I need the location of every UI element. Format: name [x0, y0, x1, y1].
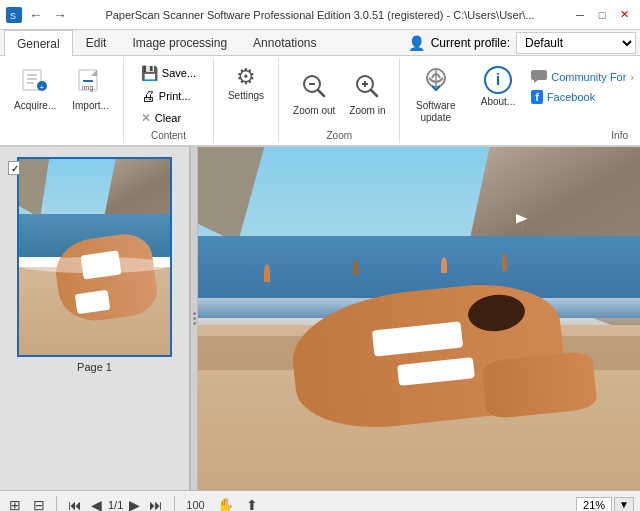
info-group-content: Software update i About... Community For… [405, 62, 636, 128]
prev-page-button[interactable]: ◀ [88, 497, 105, 512]
zoom-in-label: Zoom in [349, 105, 385, 117]
settings-group-content: ⚙ Settings [222, 62, 270, 139]
software-update-icon [422, 66, 450, 98]
about-button[interactable]: i About... [475, 62, 521, 112]
ribbon: + Acquire... img Import... [0, 56, 640, 147]
software-update-label: Software update [411, 100, 461, 124]
panel-resize-handle[interactable] [190, 147, 198, 490]
app-icon: S [6, 7, 22, 23]
thumbnail-panel[interactable]: ✓ [0, 147, 190, 490]
page-label: Page 1 [77, 361, 112, 373]
acquire-group-content: + Acquire... img Import... [8, 62, 115, 139]
svg-marker-21 [534, 80, 538, 83]
clear-icon: ✕ [141, 111, 151, 125]
first-page-button[interactable]: ⏮ [65, 497, 85, 512]
facebook-icon: f [531, 90, 543, 104]
facebook-button[interactable]: f Facebook [529, 88, 636, 106]
svg-rect-4 [27, 78, 37, 80]
settings-label: Settings [228, 90, 264, 102]
page-counter: 1/1 [108, 499, 123, 511]
thumbnail-frame [17, 157, 172, 357]
info-group: Software update i About... Community For… [400, 58, 640, 143]
profile-area: 👤 Current profile: Default [408, 32, 636, 54]
svg-text:img: img [82, 84, 93, 92]
redo-button[interactable]: → [50, 7, 70, 23]
content-group-content: 💾 Save... 🖨 Print... ✕ Clear [135, 62, 202, 128]
maximize-button[interactable]: □ [592, 6, 612, 24]
settings-icon: ⚙ [236, 66, 256, 88]
content-small-btns: 💾 Save... 🖨 Print... ✕ Clear [135, 62, 202, 128]
settings-group: ⚙ Settings [214, 58, 279, 143]
settings-button[interactable]: ⚙ Settings [222, 62, 270, 106]
save-icon: 💾 [141, 65, 158, 81]
zoom-group-label: Zoom [326, 130, 352, 141]
tab-annotations[interactable]: Annotations [240, 30, 329, 56]
drag-dot-2 [193, 317, 196, 320]
undo-button[interactable]: ← [26, 7, 46, 23]
minimize-button[interactable]: ─ [570, 6, 590, 24]
zoom-dropdown-button[interactable]: ▼ [614, 497, 634, 511]
community-arrow-icon: › [630, 72, 633, 83]
content-group-label: Content [151, 130, 186, 141]
status-divider-2 [174, 496, 175, 512]
svg-rect-20 [531, 70, 547, 80]
zoom-out-label: Zoom out [293, 105, 335, 117]
zoom-fit-button[interactable]: 100 [183, 499, 207, 511]
print-button[interactable]: 🖨 Print... [135, 85, 202, 107]
about-label: About... [481, 96, 515, 108]
software-update-button[interactable]: Software update [405, 62, 467, 128]
about-icon: i [484, 66, 512, 94]
export-button[interactable]: ⬆ [243, 497, 261, 512]
page-start-button[interactable]: ⊞ [6, 497, 24, 512]
social-links: Community For › f Facebook [529, 62, 636, 106]
svg-rect-10 [83, 80, 93, 82]
zoom-out-icon [301, 73, 327, 103]
import-icon: img [77, 66, 105, 98]
community-forum-button[interactable]: Community For › [529, 68, 636, 86]
print-label: Print... [159, 90, 191, 102]
profile-icon: 👤 [408, 35, 425, 51]
tab-image-processing[interactable]: Image processing [119, 30, 240, 56]
drag-dot-1 [193, 312, 196, 315]
thumbnail-item[interactable]: Page 1 [17, 157, 172, 373]
tab-general[interactable]: General [4, 30, 73, 56]
zoom-in-icon [354, 73, 380, 103]
title-bar: S ← → PaperScan Scanner Software Profess… [0, 0, 640, 30]
main-area: ✓ [0, 147, 640, 490]
status-bar: ⊞ ⊟ ⏮ ◀ 1/1 ▶ ⏭ 100 ✋ ⬆ 21% ▼ [0, 490, 640, 511]
window-controls: ─ □ ✕ [570, 6, 634, 24]
zoom-group: Zoom out Zoom in Zoom [279, 58, 400, 143]
zoom-group-content: Zoom out Zoom in [287, 62, 391, 128]
zoom-display: 21% ▼ [576, 497, 634, 512]
close-button[interactable]: ✕ [614, 6, 634, 24]
view-panel[interactable] [198, 147, 640, 490]
hand-tool-button[interactable]: ✋ [214, 497, 237, 512]
svg-line-14 [318, 90, 324, 96]
window-title: PaperScan Scanner Software Professional … [74, 9, 566, 21]
info-circle-icon: i [484, 66, 512, 94]
save-button[interactable]: 💾 Save... [135, 62, 202, 84]
content-group: 💾 Save... 🖨 Print... ✕ Clear Content [124, 58, 214, 143]
profile-select[interactable]: Default [516, 32, 636, 54]
facebook-label: Facebook [547, 91, 595, 103]
svg-line-18 [371, 90, 377, 96]
svg-rect-5 [27, 82, 34, 84]
zoom-value: 21% [576, 497, 612, 512]
zoom-out-button[interactable]: Zoom out [287, 69, 341, 121]
import-button[interactable]: img Import... [66, 62, 115, 116]
save-label: Save... [162, 67, 196, 79]
zoom-in-button[interactable]: Zoom in [343, 69, 391, 121]
page-navigation: ⏮ ◀ 1/1 ▶ ⏭ [65, 497, 166, 512]
acquire-button[interactable]: + Acquire... [8, 62, 62, 116]
print-icon: 🖨 [141, 88, 155, 104]
import-label: Import... [72, 100, 109, 112]
main-view [198, 147, 640, 490]
tab-edit[interactable]: Edit [73, 30, 120, 56]
svg-text:S: S [10, 11, 16, 21]
last-page-button[interactable]: ⏭ [146, 497, 166, 512]
next-page-button[interactable]: ▶ [126, 497, 143, 512]
acquire-icon: + [21, 66, 49, 98]
status-divider-1 [56, 496, 57, 512]
page-add-button[interactable]: ⊟ [30, 497, 48, 512]
clear-button[interactable]: ✕ Clear [135, 108, 202, 128]
